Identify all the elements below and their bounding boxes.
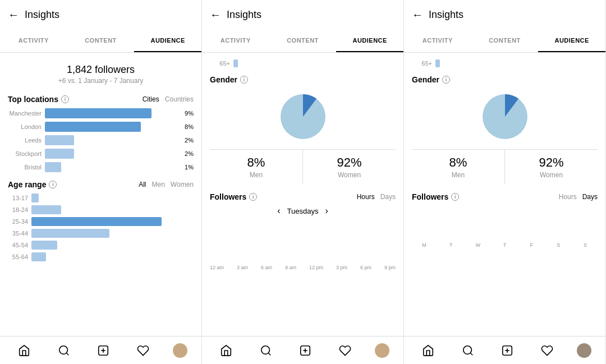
men-pct-2: 8% <box>210 155 302 170</box>
header-2: ← Insights <box>202 0 403 29</box>
age-row-65plus-2: 65+ <box>210 59 396 67</box>
back-button-3[interactable]: ← <box>412 8 423 21</box>
tab-activity-1[interactable]: ACTIVITY <box>0 29 67 52</box>
add-icon-2[interactable] <box>295 340 315 361</box>
bar-fill-bristol <box>45 162 61 172</box>
w-label-fri: F <box>530 242 534 248</box>
days-toggle-2[interactable]: Days <box>380 193 396 201</box>
bar-label-leeds: Leeds <box>8 137 42 144</box>
age-label-45-54: 45-54 <box>8 242 28 248</box>
panel-1: ← Insights ACTIVITY CONTENT AUDIENCE 1,8… <box>0 0 202 364</box>
bar-track-london <box>45 122 178 132</box>
bar-row-london: London 8% <box>8 122 194 132</box>
gender-title-3: Gender i <box>412 75 450 84</box>
top-locations-title: Top locations i <box>8 95 69 104</box>
age-bar-55-64 <box>31 252 46 261</box>
age-bar-25-34 <box>31 217 162 226</box>
age-bar-chart: 13-17 18-24 25-34 35-44 45-54 55-64 <box>8 193 194 261</box>
bottom-nav-2 <box>202 336 403 364</box>
back-button-1[interactable]: ← <box>8 8 19 21</box>
tab-content-1[interactable]: CONTENT <box>67 29 135 52</box>
w-bar-tue: T <box>439 241 463 248</box>
w-label-sun: S <box>584 242 587 248</box>
profile-avatar-3[interactable] <box>577 343 591 358</box>
svg-point-6 <box>261 345 270 354</box>
followers-info-icon-3[interactable]: i <box>451 193 459 201</box>
followers-activity-title-2: Followers i <box>210 192 257 201</box>
followers-toggle-2: Hours Days <box>357 193 396 201</box>
days-toggle-3[interactable]: Days <box>582 193 598 201</box>
top-locations-info-icon[interactable]: i <box>61 95 69 103</box>
w-label-wed: W <box>475 242 480 248</box>
day-next-2[interactable]: › <box>325 206 328 216</box>
women-stat-3: 92% Women <box>505 150 598 185</box>
w-label-tue: T <box>449 242 453 248</box>
back-button-2[interactable]: ← <box>210 8 221 21</box>
content-1: 1,842 followers +6 vs. 1 January - 7 Jan… <box>0 53 201 336</box>
men-label-2: Men <box>210 171 302 179</box>
search-icon-1[interactable] <box>54 340 74 361</box>
bar-row-stockport: Stockport 2% <box>8 149 194 159</box>
tab-activity-3[interactable]: ACTIVITY <box>404 29 471 52</box>
gender-stats-3: 8% Men 92% Women <box>412 149 598 185</box>
tab-content-3[interactable]: CONTENT <box>471 29 539 52</box>
heart-icon-1[interactable] <box>133 340 153 361</box>
tab-activity-2[interactable]: ACTIVITY <box>202 29 269 52</box>
age-row-13-17: 13-17 <box>8 193 194 202</box>
age-toggle-men[interactable]: Men <box>152 181 165 188</box>
bar-fill-london <box>45 122 141 132</box>
age-toggle-all[interactable]: All <box>139 181 146 188</box>
age-bar-45-54 <box>31 241 57 250</box>
followers-info-icon-2[interactable]: i <box>249 193 257 201</box>
followers-toggle-3: Hours Days <box>559 193 598 201</box>
heart-icon-3[interactable] <box>537 340 557 361</box>
gender-header-2: Gender i <box>210 75 396 84</box>
hours-toggle-2[interactable]: Hours <box>357 193 375 201</box>
women-pct-3: 92% <box>505 155 598 170</box>
women-stat-2: 92% Women <box>303 150 396 185</box>
time-3pm: 3 pm <box>336 265 347 270</box>
tab-audience-1[interactable]: AUDIENCE <box>134 29 201 52</box>
tab-content-2[interactable]: CONTENT <box>269 29 337 52</box>
age-label-65plus-3: 65+ <box>412 60 432 67</box>
hours-toggle-3[interactable]: Hours <box>559 193 577 201</box>
countries-toggle[interactable]: Countries <box>165 95 194 103</box>
top-locations-header: Top locations i Cities Countries <box>8 95 194 104</box>
age-row-65plus-3: 65+ <box>412 59 598 67</box>
profile-avatar-1[interactable] <box>173 343 187 358</box>
gender-info-icon-2[interactable]: i <box>240 76 248 84</box>
svg-line-7 <box>268 353 270 355</box>
day-label-2: Tuesdays <box>287 207 319 215</box>
w-bar-mon: M <box>412 241 437 248</box>
home-icon-2[interactable] <box>216 340 236 361</box>
search-icon-3[interactable] <box>458 340 478 361</box>
age-toggle-women[interactable]: Women <box>171 181 194 188</box>
w-bar-wed: W <box>466 241 490 248</box>
bar-fill-manchester <box>45 108 152 118</box>
panel-2: ← Insights ACTIVITY CONTENT AUDIENCE 65+… <box>202 0 404 364</box>
bar-row-leeds: Leeds 2% <box>8 135 194 145</box>
add-icon-1[interactable] <box>93 340 113 361</box>
search-icon-2[interactable] <box>256 340 276 361</box>
add-icon-3[interactable] <box>497 340 517 361</box>
time-labels-2: 12 am 3 am 6 am 9 am 12 pm 3 pm 6 pm 9 p… <box>210 265 396 270</box>
home-icon-3[interactable] <box>418 340 438 361</box>
tab-audience-3[interactable]: AUDIENCE <box>538 29 605 52</box>
age-range-info-icon[interactable]: i <box>49 181 57 188</box>
cities-toggle[interactable]: Cities <box>143 95 159 103</box>
bar-pct-stockport: 2% <box>185 150 194 157</box>
age-row-18-24: 18-24 <box>8 205 194 214</box>
heart-icon-2[interactable] <box>335 340 355 361</box>
bar-fill-stockport <box>45 149 74 159</box>
age-row-25-34: 25-34 <box>8 217 194 226</box>
followers-activity-2: ‹ Tuesdays › <box>210 206 396 270</box>
age-bar-35-44 <box>31 229 109 238</box>
tab-audience-2[interactable]: AUDIENCE <box>336 29 403 52</box>
content-2: 65+ Gender i 8% Me <box>202 53 403 336</box>
home-icon-1[interactable] <box>14 340 34 361</box>
time-9am: 9 am <box>285 265 296 270</box>
gender-info-icon-3[interactable]: i <box>442 76 450 84</box>
profile-avatar-2[interactable] <box>375 343 389 358</box>
day-prev-2[interactable]: ‹ <box>277 206 280 216</box>
gender-stats-2: 8% Men 92% Women <box>210 149 396 185</box>
